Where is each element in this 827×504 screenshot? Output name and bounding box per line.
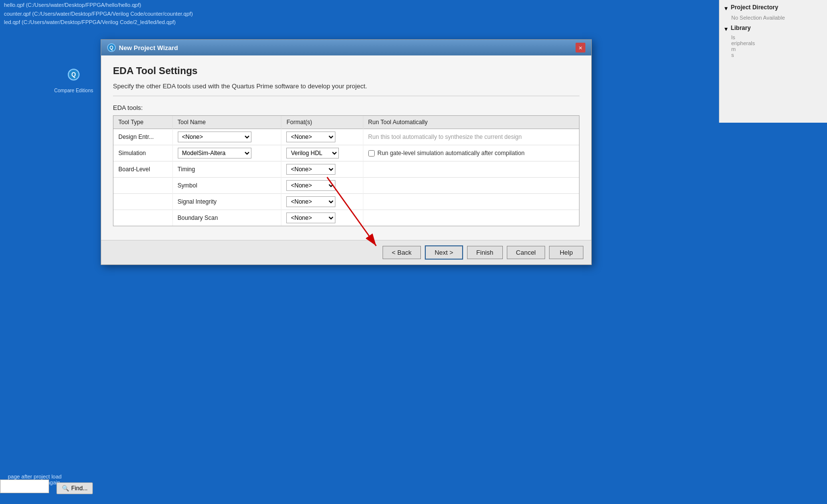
cell-type-1: Design Entr... [113, 129, 172, 145]
cancel-button[interactable]: Cancel [507, 246, 545, 259]
back-button[interactable]: < Back [383, 246, 421, 259]
symbol-label: Symbol [178, 182, 197, 189]
file-path-3: led.qpf (C:/Users/water/Desktop/FPPGA/Ve… [4, 18, 193, 27]
right-sidebar: ▼ Project Directory No Selection Availab… [719, 0, 827, 123]
find-button-label: Find... [71, 485, 87, 492]
new-project-wizard-dialog: Q New Project Wizard × EDA Tool Settings… [101, 39, 592, 265]
compare-editions-svg: Q [67, 68, 80, 81]
table-row: Simulation <None> ModelSim-Altera ModelS… [113, 145, 579, 161]
simulation-run-text: Run gate-level simulation automatically … [378, 150, 524, 157]
bottom-text-1: page after project load [8, 474, 61, 479]
project-directory-title: Project Directory [731, 4, 778, 11]
dialog-description: Specify the other EDA tools used with th… [113, 82, 579, 96]
signal-integrity-label: Signal Integrity [178, 198, 217, 205]
cell-format-1: <None> [281, 129, 363, 145]
cell-type-6 [113, 210, 172, 226]
next-button[interactable]: Next > [425, 245, 463, 260]
library-title: Library [731, 25, 751, 31]
timing-format-select[interactable]: <None> [286, 164, 335, 175]
find-button[interactable]: 🔍 Find... [56, 482, 93, 494]
file-paths: hello.qpf (C:/Users/water/Desktop/FPPGA/… [0, 0, 197, 28]
help-button[interactable]: Help [549, 246, 583, 259]
cell-toolname-6: Boundary Scan [172, 210, 281, 226]
cell-type-3: Board-Level [113, 161, 172, 178]
dialog-title-text: New Project Wizard [119, 44, 178, 52]
cell-run-5 [363, 194, 579, 210]
cell-toolname-3: Timing [172, 161, 281, 178]
wizard-icon: Q [107, 43, 116, 52]
svg-text:Q: Q [71, 71, 76, 78]
cell-format-5: <None> [281, 194, 363, 210]
signal-integrity-format-select[interactable]: <None> [286, 196, 335, 207]
cell-type-5 [113, 194, 172, 210]
bottom-input[interactable] [0, 479, 49, 493]
boundary-scan-format-select[interactable]: <None> [286, 212, 335, 223]
cell-type-2: Simulation [113, 145, 172, 161]
binoculars-icon: 🔍 [62, 485, 69, 492]
finish-button[interactable]: Finish [467, 246, 503, 259]
file-path-2: counter.qpf (C:/Users/water/Desktop/FPPG… [4, 10, 193, 19]
table-row: Signal Integrity <None> [113, 194, 579, 210]
file-path-1: hello.qpf (C:/Users/water/Desktop/FPPGA/… [4, 1, 193, 10]
dialog-heading: EDA Tool Settings [113, 65, 579, 77]
timing-label: Timing [178, 166, 195, 173]
table-row: Design Entr... <None> <None> [113, 129, 579, 145]
eda-table: Tool Type Tool Name Format(s) Run Tool A… [113, 116, 579, 226]
cell-run-4 [363, 178, 579, 194]
dialog-close-button[interactable]: × [576, 43, 585, 53]
cell-toolname-5: Signal Integrity [172, 194, 281, 210]
simulation-format-select[interactable]: Verilog HDL VHDL SystemVerilog [286, 148, 339, 159]
cell-format-2: Verilog HDL VHDL SystemVerilog [281, 145, 363, 161]
simulation-run-checkbox[interactable] [368, 150, 375, 157]
cell-run-6 [363, 210, 579, 226]
boundary-scan-label: Boundary Scan [178, 214, 218, 221]
eda-table-body: Design Entr... <None> <None> [113, 129, 579, 226]
table-row: Board-Level Timing <None> [113, 161, 579, 178]
dialog-title-left: Q New Project Wizard [107, 43, 178, 52]
table-row: Symbol <None> [113, 178, 579, 194]
cell-format-3: <None> [281, 161, 363, 178]
simulation-run-label[interactable]: Run gate-level simulation automatically … [368, 150, 574, 157]
cell-run-1: Run this tool automatically to synthesiz… [363, 129, 579, 145]
cell-toolname-4: Symbol [172, 178, 281, 194]
col-formats: Format(s) [281, 116, 363, 129]
dialog-content: EDA Tool Settings Specify the other EDA … [101, 55, 591, 240]
design-entry-run-text: Run this tool automatically to synthesiz… [368, 133, 522, 140]
compare-editions-widget[interactable]: Q Compare Editions [54, 64, 93, 94]
col-tool-type: Tool Type [113, 116, 172, 129]
cell-format-6: <None> [281, 210, 363, 226]
svg-text:Q: Q [110, 45, 113, 51]
cell-run-2: Run gate-level simulation automatically … [363, 145, 579, 161]
col-run-auto: Run Tool Automatically [363, 116, 579, 129]
compare-editions-label: Compare Editions [54, 87, 93, 94]
compare-editions-icon: Q [63, 64, 84, 85]
cell-run-3 [363, 161, 579, 178]
design-entry-tool-select[interactable]: <None> [178, 132, 251, 142]
design-entry-format-select[interactable]: <None> [286, 132, 335, 142]
no-selection-text: No Selection Available [731, 15, 823, 21]
col-tool-name: Tool Name [172, 116, 281, 129]
cell-type-4 [113, 178, 172, 194]
header-row: Tool Type Tool Name Format(s) Run Tool A… [113, 116, 579, 129]
wizard-icon-svg: Q [107, 43, 116, 52]
eda-tools-label: EDA tools: [113, 104, 579, 111]
dialog-title-bar: Q New Project Wizard × [101, 40, 591, 55]
eda-table-container: Tool Type Tool Name Format(s) Run Tool A… [113, 115, 579, 226]
cell-toolname-2: <None> ModelSim-Altera ModelSim [172, 145, 281, 161]
library-content: ls eripherals m s [731, 34, 823, 58]
dialog-footer: < Back Next > Finish Cancel Help [101, 240, 591, 265]
table-row: Boundary Scan <None> [113, 210, 579, 226]
simulation-tool-select[interactable]: <None> ModelSim-Altera ModelSim [178, 148, 251, 159]
symbol-format-select[interactable]: <None> [286, 180, 335, 191]
cell-format-4: <None> [281, 178, 363, 194]
eda-table-header: Tool Type Tool Name Format(s) Run Tool A… [113, 116, 579, 129]
cell-toolname-1: <None> [172, 129, 281, 145]
